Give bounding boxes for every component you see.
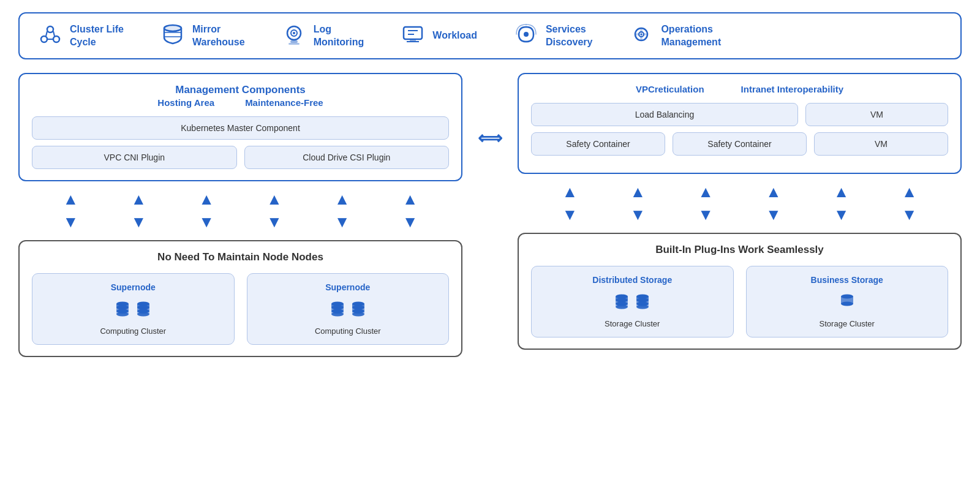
right-arrow-up-6: ▲ xyxy=(902,183,918,202)
right-arrows: ▲ ▲ ▲ ▲ ▲ ▲ ▼ ▼ ▼ ▼ ▼ ▼ xyxy=(518,174,962,233)
arrow-down-4: ▼ xyxy=(266,213,282,232)
kubernetes-master-box: Kubernetes Master Component xyxy=(32,116,449,140)
db-icon-2 xyxy=(135,301,152,318)
svg-point-44 xyxy=(331,312,344,317)
right-arrow-up-5: ▲ xyxy=(834,183,850,202)
right-arrow-up-4: ▲ xyxy=(766,183,782,202)
arrow-down-3: ▼ xyxy=(198,213,214,232)
cluster-lifecycle-icon xyxy=(38,22,62,50)
db-icon-1 xyxy=(114,301,131,318)
vm-box-1: VM xyxy=(805,103,948,126)
arrow-up-3: ▲ xyxy=(198,190,214,209)
top-navigation-bar: Cluster Life Cycle Mirror Warehouse xyxy=(18,12,962,59)
svg-point-1 xyxy=(41,36,47,42)
log-monitoring-label: Log Monitoring xyxy=(314,23,364,49)
left-top-box: Management Components Hosting Area Maint… xyxy=(18,73,462,181)
right-arrow-up-3: ▲ xyxy=(698,183,714,202)
vpc-cni-plugin-box: VPC CNI Plugin xyxy=(32,146,237,169)
center-bidir-arrow: ⟺ xyxy=(475,73,505,478)
db-icon-4 xyxy=(350,301,367,318)
vm-box-2: VM xyxy=(814,132,948,156)
svg-point-65 xyxy=(636,305,649,309)
right-arrow-down-4: ▼ xyxy=(766,205,782,224)
svg-point-7 xyxy=(164,25,181,31)
svg-rect-15 xyxy=(404,27,422,39)
supernode-1-desc: Computing Cluster xyxy=(100,326,166,336)
left-panel: Management Components Hosting Area Maint… xyxy=(18,73,462,478)
business-storage-desc: Storage Cluster xyxy=(820,319,875,328)
intranet-interoperability-title: Intranet Interoperability xyxy=(741,84,844,94)
right-arrow-up-2: ▲ xyxy=(630,183,646,202)
arrow-up-6: ▲ xyxy=(402,190,418,209)
business-storage-icon xyxy=(839,293,856,311)
svg-line-4 xyxy=(53,31,55,36)
operations-management-label: Operations Management xyxy=(661,23,721,49)
right-bottom-box: Built-In Plug-Ins Work Seamlessly Distri… xyxy=(518,233,962,350)
arrow-down-5: ▼ xyxy=(334,213,350,232)
distributed-storage-icon-1 xyxy=(613,293,630,311)
svg-point-12 xyxy=(293,32,295,34)
cluster-lifecycle-label: Cluster Life Cycle xyxy=(70,23,124,49)
distributed-storage-item: Distributed Storage xyxy=(531,266,734,337)
distributed-storage-icon-2 xyxy=(634,293,651,311)
right-arrow-up-1: ▲ xyxy=(562,183,578,202)
arrow-down-1: ▼ xyxy=(63,213,79,232)
built-in-plugins-title: Built-In Plug-Ins Work Seamlessly xyxy=(531,244,948,256)
right-arrow-down-6: ▼ xyxy=(902,205,918,224)
arrow-down-6: ▼ xyxy=(402,213,418,232)
mirror-warehouse-label: Mirror Warehouse xyxy=(192,23,245,49)
svg-point-51 xyxy=(352,312,364,317)
distributed-storage-label: Distributed Storage xyxy=(592,275,672,285)
safety-container-2-box: Safety Container xyxy=(673,132,807,156)
nav-item-operations-management[interactable]: Operations Management xyxy=(629,22,721,50)
log-monitoring-icon xyxy=(282,22,306,50)
nav-item-mirror-warehouse[interactable]: Mirror Warehouse xyxy=(160,22,245,50)
supernode-1-label: Supernode xyxy=(111,282,156,292)
nav-item-log-monitoring[interactable]: Log Monitoring xyxy=(282,22,364,50)
left-arrows: ▲ ▲ ▲ ▲ ▲ ▲ ▼ ▼ ▼ ▼ ▼ ▼ xyxy=(18,181,462,240)
cloud-drive-csi-plugin-box: Cloud Drive CSI Plugin xyxy=(244,146,450,169)
no-need-maintain-title: No Need To Maintain Node Nodes xyxy=(32,251,449,263)
svg-point-58 xyxy=(616,305,628,309)
arrow-up-2: ▲ xyxy=(130,190,146,209)
supernode-1-item: Supernode xyxy=(32,273,235,345)
workload-icon xyxy=(401,22,425,50)
arrow-up-5: ▲ xyxy=(334,190,350,209)
nav-item-services-discovery[interactable]: Services Discovery xyxy=(514,22,593,50)
svg-point-68 xyxy=(841,302,853,306)
right-top-box: VPCreticulation Intranet Interoperabilit… xyxy=(518,73,962,174)
workload-label: Workload xyxy=(432,29,477,42)
arrow-down-2: ▼ xyxy=(130,213,146,232)
business-storage-item: Business Storage Storage Cluster xyxy=(746,266,949,337)
services-discovery-label: Services Discovery xyxy=(546,23,593,49)
svg-rect-14 xyxy=(288,43,300,45)
distributed-storage-desc: Storage Cluster xyxy=(605,319,660,328)
right-panel: VPCreticulation Intranet Interoperabilit… xyxy=(518,73,962,478)
management-components-title: Management Components xyxy=(32,84,449,96)
supernode-2-label: Supernode xyxy=(325,282,370,292)
svg-point-30 xyxy=(116,312,129,317)
hosting-area-label: Hosting Area xyxy=(157,97,214,108)
right-arrow-down-5: ▼ xyxy=(834,205,850,224)
arrow-up-1: ▲ xyxy=(63,190,79,209)
mirror-warehouse-icon xyxy=(160,22,185,50)
right-arrow-down-1: ▼ xyxy=(562,205,578,224)
svg-line-3 xyxy=(46,31,47,36)
arrow-up-4: ▲ xyxy=(266,190,282,209)
supernode-2-item: Supernode xyxy=(247,273,450,345)
right-arrow-down-3: ▼ xyxy=(698,205,714,224)
safety-container-1-box: Safety Container xyxy=(531,132,665,156)
load-balancing-box: Load Balancing xyxy=(531,103,798,126)
services-discovery-icon xyxy=(514,22,538,50)
svg-point-20 xyxy=(524,32,529,37)
supernode-2-desc: Computing Cluster xyxy=(315,326,381,336)
nav-item-workload[interactable]: Workload xyxy=(401,22,477,50)
operations-management-icon xyxy=(629,22,654,50)
vpc-reticulation-title: VPCreticulation xyxy=(636,84,704,94)
left-bottom-box: No Need To Maintain Node Nodes Supernode xyxy=(18,240,462,357)
db-icon-3 xyxy=(329,301,346,318)
nav-item-cluster-lifecycle[interactable]: Cluster Life Cycle xyxy=(38,22,124,50)
svg-point-2 xyxy=(53,36,59,42)
business-storage-label: Business Storage xyxy=(811,275,883,285)
svg-point-0 xyxy=(47,26,53,32)
